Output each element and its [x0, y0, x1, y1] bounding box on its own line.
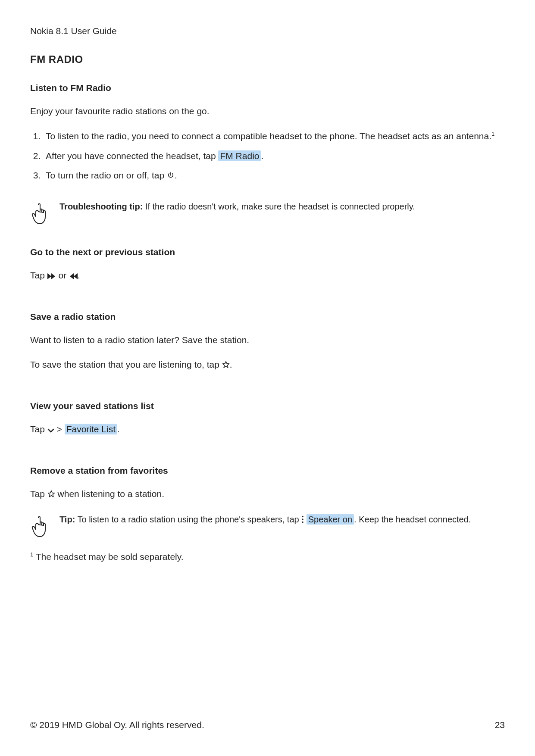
copyright: © 2019 HMD Global Oy. All rights reserve…: [30, 720, 204, 730]
svg-marker-3: [70, 273, 74, 279]
remove-action: Tap when listening to a station.: [30, 488, 505, 501]
svg-marker-4: [222, 361, 229, 367]
chevron-down-icon: [47, 424, 54, 436]
tip-troubleshooting: Troubleshooting tip: If the radio doesn'…: [30, 200, 505, 225]
tip-troubleshooting-text: Troubleshooting tip: If the radio doesn'…: [59, 200, 415, 212]
subhead-remove: Remove a station from favorites: [30, 465, 505, 476]
subhead-listen: Listen to FM Radio: [30, 83, 505, 93]
step-2: After you have connected the headset, ta…: [43, 149, 505, 163]
page-number: 23: [495, 720, 505, 730]
subhead-save: Save a radio station: [30, 312, 505, 322]
step-1: To listen to the radio, you need to conn…: [43, 129, 505, 143]
kebab-menu-icon: [301, 514, 304, 526]
save-intro: Want to listen to a radio station later?…: [30, 334, 505, 346]
intro-listen: Enjoy your favourite radio stations on t…: [30, 105, 505, 117]
power-icon: [167, 169, 175, 183]
ui-favorite-list: Favorite List: [65, 424, 117, 434]
subhead-next-prev: Go to the next or previous station: [30, 247, 505, 257]
star-outline-icon: [222, 359, 230, 372]
svg-marker-0: [47, 273, 51, 279]
rewind-icon: [69, 270, 78, 282]
subhead-view-saved: View your saved stations list: [30, 401, 505, 411]
step-3: To turn the radio on or off, tap .: [43, 169, 505, 183]
tip-speaker-text: Tip: To listen to a radio station using …: [59, 513, 471, 526]
svg-marker-5: [48, 491, 54, 497]
steps-listen: To listen to the radio, you need to conn…: [30, 129, 505, 183]
fast-forward-icon: [47, 270, 56, 282]
view-saved-action: Tap > Favorite List.: [30, 423, 505, 436]
svg-point-8: [302, 521, 303, 523]
tap-next-prev: Tap or .: [30, 269, 505, 282]
doc-title: Nokia 8.1 User Guide: [30, 26, 505, 36]
page-heading: FM RADIO: [30, 53, 505, 66]
star-outline-icon: [47, 489, 55, 501]
tip-speaker: Tip: To listen to a radio station using …: [30, 513, 505, 538]
hand-point-icon: [30, 202, 49, 225]
svg-marker-1: [51, 273, 55, 279]
save-action: To save the station that you are listeni…: [30, 359, 505, 372]
ui-speaker-on: Speaker on: [307, 514, 354, 525]
svg-point-6: [302, 515, 303, 517]
svg-point-7: [302, 519, 303, 520]
ui-fm-radio: FM Radio: [218, 150, 261, 161]
hand-point-icon: [30, 515, 49, 538]
svg-marker-2: [74, 273, 78, 279]
footnote-1: 1 The headset may be sold separately.: [30, 551, 505, 562]
